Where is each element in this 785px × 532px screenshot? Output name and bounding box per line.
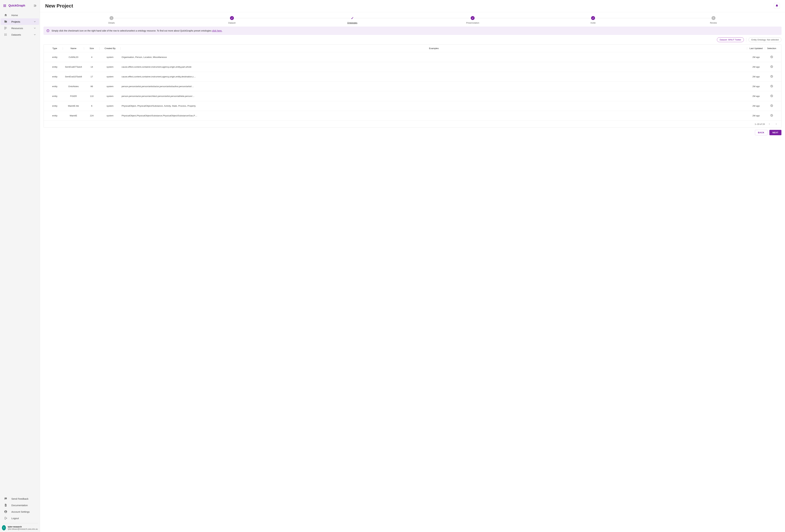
select-checkmark-icon[interactable] xyxy=(770,114,773,117)
cell-updated: 2M ago xyxy=(747,66,765,68)
table-row[interactable]: entity OntoNotes 86 system person,person… xyxy=(44,81,781,91)
table-row[interactable]: entity FIGER 110 system person,person/ac… xyxy=(44,91,781,101)
col-type[interactable]: Type xyxy=(47,47,63,50)
sidebar-item-label: Resources xyxy=(11,27,23,30)
sidebar-item-logout[interactable]: Logout xyxy=(1,515,39,522)
cell-examples: Organisation, Person, Location, Miscella… xyxy=(121,56,747,58)
edit-icon xyxy=(350,16,354,20)
next-button[interactable]: NEXT xyxy=(769,130,781,135)
svg-rect-0 xyxy=(4,4,4,5)
select-checkmark-icon[interactable] xyxy=(770,55,773,58)
stepper: 1 Details Dataset Ontologies Preannotati… xyxy=(40,12,785,25)
sidebar-item-feedback[interactable]: Send Feedback xyxy=(1,496,39,502)
svg-rect-13 xyxy=(6,28,7,28)
cell-size: 86 xyxy=(84,85,99,87)
list-icon xyxy=(4,33,7,36)
cell-created-by: system xyxy=(99,95,121,97)
svg-rect-5 xyxy=(5,5,6,6)
cell-examples: person,person/artist,person/artist/actor… xyxy=(121,85,747,87)
step-number: 1 xyxy=(109,16,113,20)
back-button[interactable]: BACK xyxy=(755,130,767,135)
table-row[interactable]: entity MaintIE 224 system PhysicalObject… xyxy=(44,111,781,121)
step-invite[interactable]: Invite xyxy=(533,16,653,24)
step-label: Dataset xyxy=(228,22,236,24)
sidebar-item-datasets[interactable]: Datasets xyxy=(1,31,39,38)
svg-rect-17 xyxy=(5,498,6,499)
col-name[interactable]: Name xyxy=(63,47,84,50)
cell-selection xyxy=(765,75,778,78)
col-updated[interactable]: Last Updated xyxy=(747,47,765,50)
account-icon xyxy=(4,510,7,513)
hierarchy-icon xyxy=(4,26,7,30)
step-ontologies[interactable]: Ontologies xyxy=(292,16,412,24)
cell-selection xyxy=(765,65,778,69)
cell-examples: person,person/actor,person/architect,per… xyxy=(121,95,747,97)
info-icon xyxy=(46,29,50,32)
cell-updated: 2M ago xyxy=(747,115,765,117)
pagination-prev[interactable] xyxy=(767,122,771,126)
col-selection[interactable]: Selection xyxy=(765,47,778,50)
cell-type: entity xyxy=(47,66,63,68)
table-row[interactable]: entity SemEval07Task4 14 system cause,ef… xyxy=(44,62,781,72)
svg-rect-7 xyxy=(4,6,5,7)
banner-link[interactable]: click here. xyxy=(212,29,222,32)
select-checkmark-icon[interactable] xyxy=(770,104,773,107)
user-block[interactable]: t tyler-research tyler.bikaun@research.u… xyxy=(2,523,38,530)
select-checkmark-icon[interactable] xyxy=(770,75,773,78)
sidebar-item-projects[interactable]: Projects xyxy=(1,18,39,25)
select-checkmark-icon[interactable] xyxy=(770,84,773,88)
sidebar-item-resources[interactable]: Resources xyxy=(1,25,39,31)
col-examples[interactable]: Examples xyxy=(121,47,747,50)
sidebar-collapse-button[interactable] xyxy=(33,4,36,7)
sidebar-header: QuickGraph xyxy=(0,3,40,10)
svg-rect-4 xyxy=(4,5,5,6)
sidebar: QuickGraph Home Projects Resources xyxy=(0,0,40,532)
apps-icon xyxy=(3,4,6,7)
svg-rect-3 xyxy=(4,5,4,6)
col-size[interactable]: Size xyxy=(84,47,99,50)
step-preannotation[interactable]: Preannotation xyxy=(412,16,533,24)
table-header: Type Name Size Created By Examples Last … xyxy=(44,45,781,52)
check-icon xyxy=(471,16,475,20)
chevron-down-icon xyxy=(33,20,36,23)
page-header: New Project xyxy=(40,0,785,12)
sidebar-item-documentation[interactable]: Documentation xyxy=(1,502,39,508)
notifications-button[interactable] xyxy=(774,3,780,9)
check-icon xyxy=(591,16,595,20)
step-details[interactable]: 1 Details xyxy=(51,16,172,24)
cell-updated: 2M ago xyxy=(747,85,765,87)
cell-name: FIGER xyxy=(63,95,84,97)
sidebar-item-account[interactable]: Account Settings xyxy=(1,508,39,515)
step-review[interactable]: 6 Review xyxy=(653,16,774,24)
select-checkmark-icon[interactable] xyxy=(770,65,773,68)
table-row[interactable]: entity SemEval10Task8 17 system cause,ef… xyxy=(44,72,781,81)
entity-ontology-chip[interactable]: Entity Ontology: Not selected xyxy=(749,37,781,42)
dataset-chip[interactable]: Dataset: WNUT Twitter xyxy=(717,37,744,42)
cell-created-by: system xyxy=(99,105,121,107)
step-label: Preannotation xyxy=(466,22,479,24)
pagination-next[interactable] xyxy=(774,122,778,126)
svg-point-15 xyxy=(4,34,5,35)
cell-name: OntoNotes xyxy=(63,85,84,87)
cell-updated: 2M ago xyxy=(747,56,765,58)
cell-selection xyxy=(765,104,778,108)
sidebar-footer: Send Feedback Documentation Account Sett… xyxy=(0,496,40,522)
cell-type: entity xyxy=(47,95,63,97)
sidebar-item-home[interactable]: Home xyxy=(1,12,39,18)
cell-examples: cause,effect,content,container,instrumen… xyxy=(121,66,747,68)
cell-examples: PhysicalObject, PhysicalObject/Substance… xyxy=(121,105,747,107)
cell-size: 110 xyxy=(84,95,99,97)
table-row[interactable]: entity MaintIE-lite 6 system PhysicalObj… xyxy=(44,101,781,111)
select-checkmark-icon[interactable] xyxy=(770,94,773,98)
main-content: New Project 1 Details Dataset Ontologies xyxy=(40,0,785,532)
sidebar-item-label: Send Feedback xyxy=(11,498,28,500)
cell-selection xyxy=(765,94,778,98)
chevron-down-icon xyxy=(33,27,36,30)
logo[interactable]: QuickGraph xyxy=(3,4,25,7)
cell-name: MaintIE xyxy=(63,115,84,117)
svg-rect-9 xyxy=(4,27,5,27)
col-created-by[interactable]: Created By xyxy=(99,47,121,50)
step-label: Review xyxy=(710,22,717,24)
step-dataset[interactable]: Dataset xyxy=(172,16,292,24)
table-row[interactable]: entity CoNNL03 4 system Organisation, Pe… xyxy=(44,52,781,62)
